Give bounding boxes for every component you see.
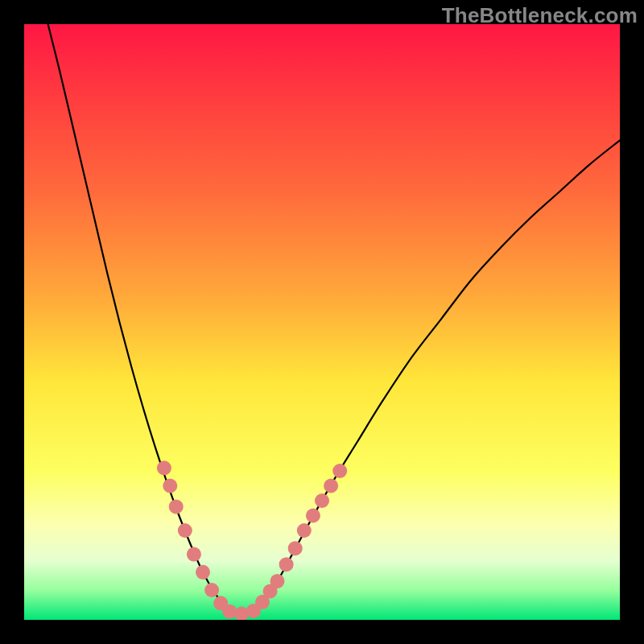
marker-point [169, 499, 184, 514]
marker-point [222, 605, 237, 619]
marker-point [306, 509, 320, 523]
marker-point [178, 523, 192, 538]
marker-point [288, 541, 303, 555]
marker-point [187, 547, 201, 562]
chart-svg [24, 24, 620, 620]
marker-point [270, 574, 285, 588]
outer-frame: TheBottleneck.com [0, 0, 644, 644]
marker-point [196, 565, 210, 580]
gradient-background [24, 24, 620, 620]
marker-point [315, 493, 329, 508]
marker-point [279, 557, 294, 572]
plot-area [24, 24, 620, 620]
marker-point [324, 479, 338, 493]
marker-point [204, 583, 219, 597]
marker-point [157, 460, 171, 475]
marker-point [297, 523, 312, 538]
marker-point [163, 479, 177, 493]
marker-point [332, 464, 347, 478]
